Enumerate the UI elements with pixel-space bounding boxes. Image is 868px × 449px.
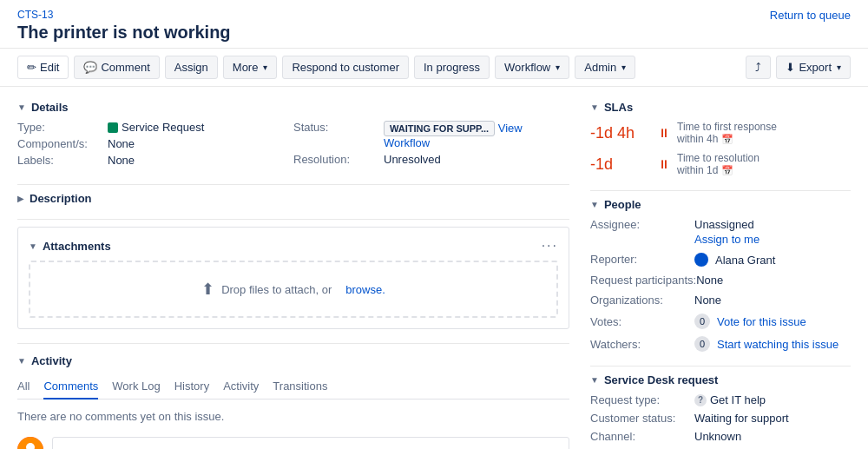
assign-to-me-link[interactable]: Assign to me: [694, 233, 760, 246]
issue-id[interactable]: CTS-13: [17, 9, 231, 21]
type-value: Service Request: [108, 121, 204, 134]
more-button[interactable]: More ▾: [223, 56, 278, 79]
sla-title: ▼ SLAs: [590, 101, 851, 114]
votes-count: 0: [694, 314, 710, 329]
attachments-header: ▼ Attachments ···: [29, 238, 558, 254]
more-dropdown-arrow: ▾: [263, 63, 267, 72]
tab-work-log[interactable]: Work Log: [112, 374, 160, 399]
top-bar: CTS-13 The printer is not working Return…: [0, 0, 868, 49]
sla-chevron: ▼: [590, 102, 599, 112]
tab-activity[interactable]: Activity: [223, 374, 259, 399]
status-value: WAITING FOR SUPP... View Workflow: [384, 121, 569, 149]
labels-value: None: [108, 154, 135, 167]
details-grid: Type: Service Request Component/s: None …: [17, 121, 569, 170]
watchers-row: Watchers: 0 Start watching this issue: [590, 336, 851, 352]
question-icon: ?: [694, 394, 707, 406]
reporter-value: Alana Grant: [694, 253, 775, 267]
toolbar: ✏ Edit 💬 Comment Assign More ▾ Respond t…: [0, 49, 868, 87]
channel-value: Unknown: [694, 430, 741, 443]
workflow-button[interactable]: Workflow ▾: [495, 56, 569, 79]
tab-transitions[interactable]: Transitions: [273, 374, 327, 399]
vote-link[interactable]: Vote for this issue: [717, 315, 806, 328]
reporter-avatar: [694, 253, 708, 267]
component-value: None: [108, 137, 135, 150]
channel-row: Channel: Unknown: [590, 430, 851, 443]
request-participants-label: Request participants:: [590, 274, 696, 287]
organizations-label: Organizations:: [590, 294, 694, 307]
drop-text: Drop files to attach, or: [221, 283, 332, 296]
toolbar-left: ✏ Edit 💬 Comment Assign More ▾ Respond t…: [17, 56, 635, 79]
votes-value: 0 Vote for this issue: [694, 314, 806, 329]
assignee-value: Unassigned Assign to me: [694, 218, 760, 246]
top-bar-left: CTS-13 The printer is not working: [17, 9, 231, 43]
current-user-avatar: [17, 437, 43, 449]
people-section: ▼ People Assignee: Unassigned Assign to …: [590, 198, 851, 352]
watch-link[interactable]: Start watching this issue: [717, 338, 838, 351]
service-desk-title: ▼ Service Desk request: [590, 373, 851, 386]
tab-comments[interactable]: Comments: [43, 374, 98, 399]
attachments-more-button[interactable]: ···: [542, 238, 558, 254]
admin-button[interactable]: Admin ▾: [575, 56, 635, 79]
respond-customer-button[interactable]: Respond to customer: [282, 56, 409, 79]
description-chevron: ▶: [17, 194, 24, 203]
sla-time-1: -1d 4h: [590, 124, 651, 142]
left-panel: ▼ Details Type: Service Request Componen…: [17, 101, 569, 449]
resolution-row: Resolution: Unresolved: [293, 153, 569, 166]
upload-icon: ⬆: [201, 280, 214, 299]
assignee-label: Assignee:: [590, 218, 694, 231]
status-row: Status: WAITING FOR SUPP... View Workflo…: [293, 121, 569, 149]
service-desk-chevron: ▼: [590, 375, 599, 385]
labels-label: Labels:: [17, 154, 104, 167]
admin-dropdown-arrow: ▾: [621, 63, 626, 72]
reporter-label: Reporter:: [590, 253, 694, 266]
comment-input[interactable]: [52, 437, 569, 449]
activity-section: ▼ Activity All Comments Work Log History…: [17, 354, 569, 449]
issue-title: The printer is not working: [17, 23, 231, 43]
component-label: Component/s:: [17, 137, 104, 150]
details-section: ▼ Details Type: Service Request Componen…: [17, 101, 569, 170]
sla-desc-1: Time to first response within 4h 📅: [677, 121, 777, 145]
in-progress-button[interactable]: In progress: [414, 56, 490, 79]
attachments-title: Attachments: [43, 240, 111, 253]
service-request-icon: [108, 122, 118, 133]
description-header[interactable]: ▶ Description: [17, 192, 569, 205]
labels-row: Labels: None: [17, 154, 293, 167]
file-drop-zone[interactable]: ⬆ Drop files to attach, or browse.: [29, 261, 558, 318]
workflow-dropdown-arrow: ▾: [556, 63, 560, 72]
edit-icon: ✏: [27, 61, 36, 74]
status-label: Status:: [293, 121, 380, 134]
browse-link[interactable]: browse.: [345, 283, 385, 296]
sla-calendar-2[interactable]: 📅: [721, 165, 733, 175]
comment-button[interactable]: 💬 Comment: [74, 56, 159, 79]
assign-button[interactable]: Assign: [165, 56, 218, 79]
tab-all[interactable]: All: [17, 374, 30, 399]
request-type-label: Request type:: [590, 393, 694, 406]
assignee-row: Assignee: Unassigned Assign to me: [590, 218, 851, 246]
sla-desc-2: Time to resolution within 1d 📅: [677, 152, 760, 176]
sla-calendar-1[interactable]: 📅: [721, 134, 733, 144]
watchers-value: 0 Start watching this issue: [694, 336, 838, 352]
request-participants-value: None: [696, 274, 723, 287]
details-chevron: ▼: [17, 102, 26, 112]
service-desk-section: ▼ Service Desk request Request type: ? G…: [590, 373, 851, 449]
activity-header[interactable]: ▼ Activity: [17, 354, 569, 367]
request-type-row: Request type: ? Get IT help: [590, 393, 851, 406]
export-icon: ⬇: [786, 61, 795, 74]
right-panel: ▼ SLAs -1d 4h ⏸ Time to first response w…: [590, 101, 851, 449]
attachments-chevron: ▼: [29, 241, 37, 251]
people-chevron: ▼: [590, 200, 599, 209]
share-button[interactable]: ⤴: [746, 56, 771, 79]
attachments-header-left: ▼ Attachments: [29, 240, 111, 253]
details-header[interactable]: ▼ Details: [17, 101, 569, 114]
people-title: ▼ People: [590, 198, 851, 211]
sla-row-1: -1d 4h ⏸ Time to first response within 4…: [590, 121, 851, 145]
export-button[interactable]: ⬇ Export ▾: [776, 56, 851, 79]
sla-section: ▼ SLAs -1d 4h ⏸ Time to first response w…: [590, 101, 851, 176]
activity-title: Activity: [31, 354, 72, 367]
tab-history[interactable]: History: [174, 374, 209, 399]
votes-row: Votes: 0 Vote for this issue: [590, 314, 851, 329]
return-to-queue-link[interactable]: Return to queue: [770, 9, 851, 22]
customer-status-row: Customer status: Waiting for support: [590, 412, 851, 425]
edit-button[interactable]: ✏ Edit: [17, 56, 69, 79]
votes-label: Votes:: [590, 315, 694, 328]
